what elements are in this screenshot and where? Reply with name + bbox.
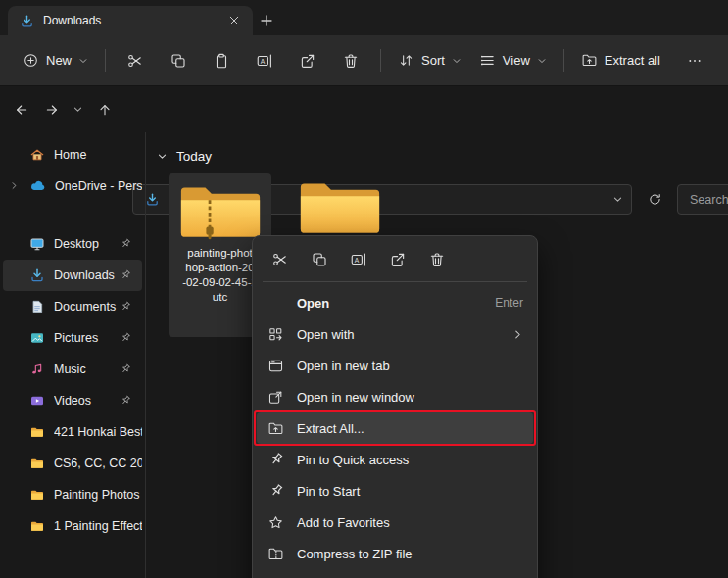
new-tab-icon	[267, 358, 285, 374]
toolbar-separator	[105, 49, 106, 72]
home-icon	[29, 147, 45, 163]
menu-item-open-in-new-window[interactable]: Open in new window	[257, 381, 533, 412]
sort-button[interactable]: Sort	[389, 45, 470, 75]
extract-all-icon	[267, 420, 285, 437]
context-menu: A Open Enter Open with Open in new tab	[252, 235, 538, 578]
plus-circle-icon	[23, 52, 39, 69]
context-menu-quick-actions: A	[257, 240, 533, 279]
onedrive-cloud-icon	[29, 178, 46, 195]
svg-text:A: A	[355, 257, 360, 264]
menu-separator	[263, 281, 527, 282]
sidebar-item-folder-421-honkai-best[interactable]: 421 Honkai Best	[3, 416, 142, 448]
up-button[interactable]	[89, 94, 120, 124]
folder-icon	[29, 424, 45, 440]
copy-icon[interactable]	[302, 244, 337, 275]
navigation-pane: Home OneDrive - Pers Desktop Downloads	[0, 132, 145, 578]
sidebar-item-folder-painting-photos[interactable]: Painting Photos	[3, 479, 142, 510]
folder-icon	[29, 518, 45, 534]
new-button-label: New	[46, 53, 72, 68]
sidebar-item-home[interactable]: Home	[3, 139, 142, 170]
sidebar-section-gap	[0, 202, 145, 228]
view-button[interactable]: View	[470, 45, 556, 75]
sidebar-item-folder-1-painting-effect[interactable]: 1 Painting Effect	[3, 510, 142, 542]
menu-item-pin-to-start[interactable]: Pin to Start	[257, 475, 533, 506]
see-more-button[interactable]	[677, 45, 712, 76]
command-bar: New A Sort View	[0, 35, 728, 86]
share-button[interactable]	[286, 43, 329, 78]
chevron-down-icon	[157, 151, 168, 162]
open-with-icon	[267, 326, 285, 343]
new-button[interactable]: New	[14, 45, 97, 75]
sort-button-label: Sort	[421, 53, 445, 68]
sidebar-item-music[interactable]: Music	[3, 354, 142, 385]
desktop-icon	[29, 236, 45, 252]
svg-text:A: A	[261, 57, 266, 64]
copy-button[interactable]	[157, 43, 200, 78]
rename-button[interactable]: A	[243, 43, 286, 78]
extract-all-button-label: Extract all	[605, 53, 660, 68]
sidebar-item-downloads[interactable]: Downloads	[3, 260, 142, 291]
pin-icon	[267, 452, 285, 467]
extract-all-button[interactable]: Extract all	[572, 45, 669, 75]
pin-icon	[120, 238, 131, 250]
chevron-right-icon[interactable]	[10, 181, 19, 190]
pin-icon	[267, 483, 285, 499]
folder-icon	[29, 456, 45, 471]
tab-close-icon[interactable]	[223, 10, 245, 31]
back-button[interactable]	[6, 94, 36, 124]
folder-icon	[297, 178, 383, 239]
group-label: Today	[176, 149, 212, 164]
sidebar-item-pictures[interactable]: Pictures	[3, 322, 142, 354]
share-icon[interactable]	[380, 244, 415, 275]
pictures-icon	[29, 330, 45, 346]
tab-title: Downloads	[43, 14, 215, 27]
document-icon	[29, 299, 45, 314]
downloads-icon	[20, 14, 34, 28]
zip-folder-icon	[267, 546, 285, 562]
menu-item-extract-all[interactable]: Extract All...	[257, 412, 533, 444]
file-name: painting-phot hop-action-20 -02-09-02-45…	[182, 246, 258, 305]
menu-item-compress-to-zip[interactable]: Compress to ZIP file	[257, 538, 533, 569]
sidebar-item-videos[interactable]: Videos	[3, 385, 142, 416]
sidebar-item-documents[interactable]: Documents	[3, 291, 142, 322]
forward-button[interactable]	[36, 94, 67, 124]
sort-icon	[398, 52, 414, 69]
zipped-folder-icon	[177, 182, 264, 243]
file-tile-folder[interactable]	[297, 178, 383, 239]
delete-icon[interactable]	[419, 244, 455, 275]
recent-locations-chevron-icon[interactable]	[67, 94, 89, 124]
chevron-down-icon	[537, 56, 547, 66]
view-button-label: View	[503, 53, 530, 68]
sidebar-item-desktop[interactable]: Desktop	[3, 228, 142, 260]
group-header-today[interactable]: Today	[157, 149, 212, 164]
view-icon	[479, 52, 496, 69]
extract-all-icon	[581, 52, 598, 69]
menu-item-open-in-new-tab[interactable]: Open in new tab	[257, 350, 533, 381]
new-window-icon	[267, 389, 285, 406]
delete-button[interactable]	[329, 43, 372, 78]
add-tab-button[interactable]	[253, 7, 280, 34]
submenu-chevron-icon	[512, 329, 523, 340]
toolbar-separator	[563, 49, 564, 72]
sidebar-item-onedrive[interactable]: OneDrive - Pers	[3, 170, 142, 202]
rename-icon[interactable]: A	[341, 244, 376, 275]
pin-icon	[120, 363, 131, 375]
menu-item-open[interactable]: Open Enter	[257, 287, 533, 318]
pin-icon	[120, 269, 131, 281]
menu-item-add-to-favorites[interactable]: Add to Favorites	[257, 506, 533, 538]
cut-button[interactable]	[114, 43, 157, 78]
pin-icon	[120, 332, 131, 344]
cut-icon[interactable]	[263, 244, 298, 275]
explorer-tab-downloads[interactable]: Downloads	[8, 6, 253, 35]
sidebar-item-folder-cs6-cc[interactable]: CS6, CC, CC 201	[3, 448, 142, 479]
navigation-row: Downloads	[0, 87, 728, 132]
menu-item-open-with[interactable]: Open with	[257, 318, 533, 350]
paste-button[interactable]	[200, 43, 243, 78]
pin-icon	[120, 395, 131, 407]
chevron-down-icon	[452, 56, 461, 66]
folder-icon	[29, 487, 45, 503]
shortcut-label: Enter	[495, 296, 523, 310]
chevron-down-icon	[78, 56, 88, 66]
menu-item-pin-to-quick-access[interactable]: Pin to Quick access	[257, 444, 533, 475]
toolbar-separator	[380, 49, 381, 72]
